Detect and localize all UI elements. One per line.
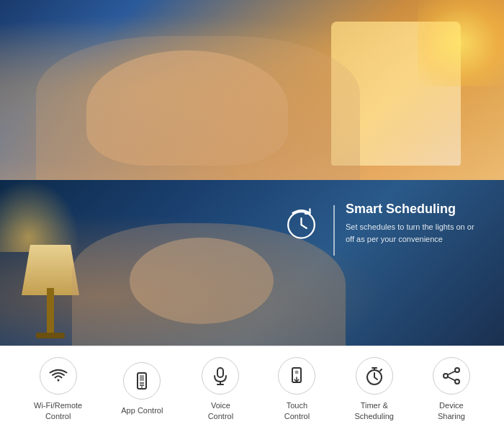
device-sharing-label: DeviceSharing bbox=[438, 400, 465, 421]
scheduling-info: Smart Scheduling Set schedules to turn t… bbox=[346, 202, 482, 245]
svg-rect-3 bbox=[140, 375, 144, 381]
svg-point-16 bbox=[455, 368, 459, 372]
device-sharing-item[interactable]: DeviceSharing bbox=[433, 357, 470, 421]
touch-control-item[interactable]: TouchControl bbox=[278, 357, 315, 421]
wifi-remote-control-item[interactable]: Wi-Fi/RemoteControl bbox=[34, 357, 82, 421]
app-control-item[interactable]: App Control bbox=[121, 362, 163, 415]
svg-rect-7 bbox=[217, 368, 223, 377]
svg-point-11 bbox=[295, 371, 299, 374]
svg-point-18 bbox=[455, 379, 459, 384]
wifi-remote-label: Wi-Fi/RemoteControl bbox=[34, 400, 82, 421]
top-hero-image bbox=[0, 0, 504, 180]
share-icon bbox=[441, 366, 462, 386]
svg-line-19 bbox=[448, 372, 455, 375]
touch-icon-circle bbox=[278, 357, 315, 395]
svg-point-6 bbox=[141, 387, 143, 388]
voice-icon-circle bbox=[202, 357, 239, 395]
features-bar: Wi-Fi/RemoteControl App Control bbox=[0, 346, 504, 432]
wifi-icon bbox=[48, 366, 68, 386]
scheduling-title: Smart Scheduling bbox=[346, 202, 482, 217]
timer-scheduling-item[interactable]: Timer &Scheduling bbox=[354, 357, 393, 421]
voice-control-label: VoiceControl bbox=[208, 400, 233, 421]
bottom-hero-image: Smart Scheduling Set schedules to turn t… bbox=[0, 180, 504, 346]
timer-scheduling-label: Timer &Scheduling bbox=[354, 400, 393, 421]
svg-point-17 bbox=[444, 374, 448, 378]
clock-icon bbox=[279, 202, 323, 245]
voice-control-item[interactable]: VoiceControl bbox=[202, 357, 239, 421]
touch-icon bbox=[287, 366, 307, 386]
svg-point-1 bbox=[57, 379, 59, 382]
wifi-icon-circle bbox=[40, 357, 77, 395]
timer-icon bbox=[364, 366, 384, 386]
share-icon-circle bbox=[433, 357, 470, 395]
lamp-decoration bbox=[22, 230, 79, 346]
scheduling-description: Set schedules to turn the lights on or o… bbox=[346, 221, 482, 245]
app-icon-circle bbox=[123, 362, 161, 400]
app-icon bbox=[132, 371, 152, 391]
divider bbox=[333, 205, 335, 256]
app-control-label: App Control bbox=[121, 405, 163, 415]
smart-scheduling-panel: Smart Scheduling Set schedules to turn t… bbox=[279, 202, 482, 256]
svg-line-15 bbox=[380, 369, 382, 371]
microphone-icon bbox=[210, 366, 230, 386]
timer-icon-circle bbox=[356, 357, 393, 395]
touch-control-label: TouchControl bbox=[284, 400, 310, 421]
svg-line-20 bbox=[448, 377, 455, 381]
